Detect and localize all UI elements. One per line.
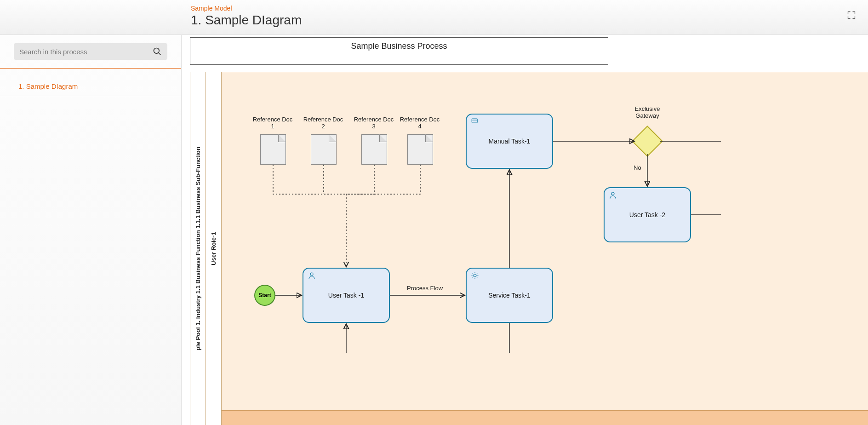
expand-button[interactable] [844,8,859,24]
search-input[interactable] [19,48,153,56]
manual-task-1[interactable]: Manual Task-1 [466,114,553,169]
manual-task-1-label: Manual Task-1 [489,138,531,145]
doc-3[interactable] [361,134,387,165]
svg-rect-4 [472,119,477,123]
pool-title: ple Pool 1. Industry 1.1 Business Functi… [194,147,201,350]
doc-2[interactable] [311,134,337,165]
user-task-2[interactable]: User Task -2 [604,187,691,242]
doc-2-label: Reference Doc 2 [303,116,344,130]
doc-1[interactable] [260,134,286,165]
svg-point-0 [154,48,160,54]
lane-title-bar[interactable]: User Role-1 [206,72,222,425]
pool-title-bar[interactable]: ple Pool 1. Industry 1.1 Business Functi… [190,72,206,425]
svg-line-1 [159,53,161,55]
doc-4[interactable] [407,134,433,165]
gear-icon [470,271,480,280]
doc-4-label: Reference Doc 4 [399,116,440,130]
lane: User Role-1 Reference Doc 1 Reference Do… [206,72,868,425]
svg-point-6 [611,192,614,195]
nav-item-sample-diagram[interactable]: 1. Sample DIagram [0,77,181,96]
diagram-canvas[interactable]: Sample Business Process ple Pool 1. Indu… [182,35,868,425]
user-icon [307,271,316,280]
doc-3-label: Reference Doc 3 [353,116,394,130]
service-task-1[interactable]: Service Task-1 [466,268,553,323]
edge-label-process-flow: Process Flow [407,285,443,292]
nav-list: 1. Sample DIagram [0,69,181,104]
lane-title: User Role-1 [210,232,217,265]
search-icon [153,47,162,56]
search-box[interactable] [14,43,167,60]
start-label: Start [258,292,271,299]
edge-label-no: No [634,164,641,171]
expand-icon [847,11,856,20]
svg-point-3 [474,274,476,277]
start-event[interactable]: Start [254,285,275,306]
user-icon [608,191,617,199]
diagram-title: 1. Sample DIagram [191,13,844,28]
gateway-label: Exclusive Gateway [629,105,666,119]
service-task-1-label: Service Task-1 [488,292,531,299]
user-task-1[interactable]: User Task -1 [303,268,390,323]
pool: ple Pool 1. Industry 1.1 Business Functi… [190,72,868,425]
user-task-2-label: User Task -2 [629,211,665,218]
doc-1-label: Reference Doc 1 [252,116,293,130]
exclusive-gateway[interactable] [632,126,663,157]
hand-icon [470,117,480,126]
user-task-1-label: User Task -1 [328,292,364,299]
svg-point-2 [310,273,313,276]
lane-bottom [222,410,868,425]
header: Sample Model 1. Sample DIagram [0,0,868,35]
pool-header[interactable]: Sample Business Process [190,37,608,65]
sidebar: 1. Sample DIagram [0,35,182,425]
model-name[interactable]: Sample Model [191,5,844,12]
